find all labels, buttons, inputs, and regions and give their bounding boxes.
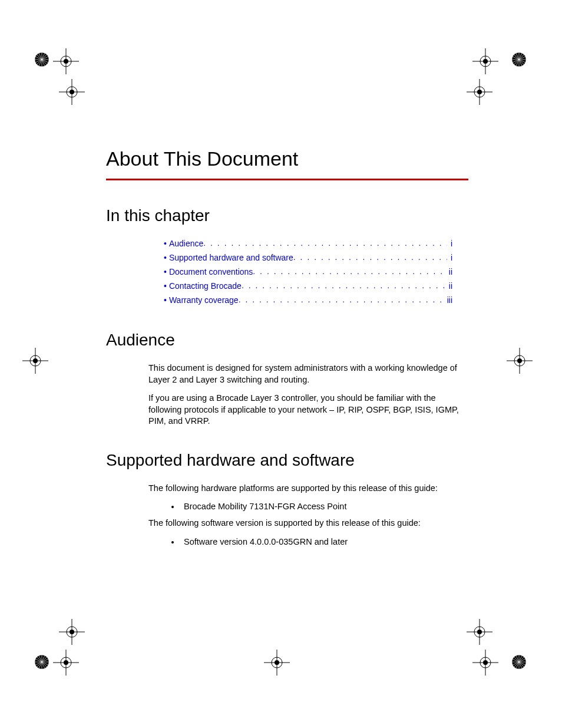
registration-mark-icon [467, 79, 492, 105]
toc-leader [242, 281, 445, 289]
bullet-icon: • [164, 295, 167, 305]
registration-mark-icon [59, 619, 85, 645]
paragraph: The following hardware platforms are sup… [148, 483, 467, 495]
toc-label: Contacting Brocade [169, 281, 242, 291]
bullet-list: Software version 4.0.0.0-035GRN and late… [148, 536, 467, 548]
crop-ornament-icon [511, 52, 527, 67]
toc-page-number: ii [445, 281, 452, 291]
registration-mark-icon [472, 48, 498, 74]
toc-leader [253, 266, 445, 275]
audience-body: This document is designed for system adm… [148, 363, 467, 427]
toc-item[interactable]: • Supported hardware and software i [164, 252, 452, 262]
registration-mark-icon [507, 348, 533, 374]
toc-leader [293, 252, 447, 261]
toc-page-number: ii [445, 267, 452, 276]
bullet-icon: • [164, 253, 167, 262]
toc-page-number: i [447, 253, 452, 262]
toc-page-number: iii [444, 295, 452, 305]
document-title: About This Document [106, 147, 468, 170]
toc-leader [239, 295, 444, 303]
registration-mark-icon [22, 348, 48, 374]
registration-mark-icon [472, 650, 498, 676]
registration-mark-icon [59, 79, 85, 105]
toc-label: Audience [169, 239, 203, 248]
toc-leader [203, 238, 447, 246]
section-supported-hw-sw: Supported hardware and software [106, 451, 468, 470]
crop-ornament-icon [34, 654, 49, 670]
registration-mark-icon [467, 619, 492, 645]
list-item: Software version 4.0.0.0-035GRN and late… [180, 536, 467, 548]
bullet-icon: • [164, 239, 167, 248]
toc-item[interactable]: • Document conventions ii [164, 266, 452, 276]
toc-label: Warranty coverage [169, 295, 239, 305]
bullet-list: Brocade Mobility 7131N-FGR Access Point [148, 501, 467, 513]
list-item: Brocade Mobility 7131N-FGR Access Point [180, 501, 467, 513]
page-content: About This Document In this chapter • Au… [106, 147, 468, 571]
title-rule [106, 179, 468, 180]
toc-page-number: i [447, 239, 452, 248]
table-of-contents: • Audience i • Supported hardware and so… [164, 238, 452, 305]
toc-label: Supported hardware and software [169, 253, 293, 262]
paragraph: The following software version is suppor… [148, 518, 467, 529]
registration-mark-icon [53, 650, 79, 676]
registration-mark-icon [264, 650, 290, 676]
bullet-icon: • [164, 281, 167, 291]
bullet-icon: • [164, 267, 167, 276]
crop-ornament-icon [511, 654, 527, 670]
section-audience: Audience [106, 331, 468, 350]
paragraph: If you are using a Brocade Layer 3 contr… [148, 393, 467, 427]
toc-item[interactable]: • Contacting Brocade ii [164, 281, 452, 291]
toc-label: Document conventions [169, 267, 253, 276]
crop-ornament-icon [34, 52, 49, 67]
toc-item[interactable]: • Warranty coverage iii [164, 295, 452, 305]
supported-body: The following hardware platforms are sup… [148, 483, 467, 548]
section-in-this-chapter: In this chapter [106, 206, 468, 225]
paragraph: This document is designed for system adm… [148, 363, 467, 386]
toc-item[interactable]: • Audience i [164, 238, 452, 248]
registration-mark-icon [53, 48, 79, 74]
